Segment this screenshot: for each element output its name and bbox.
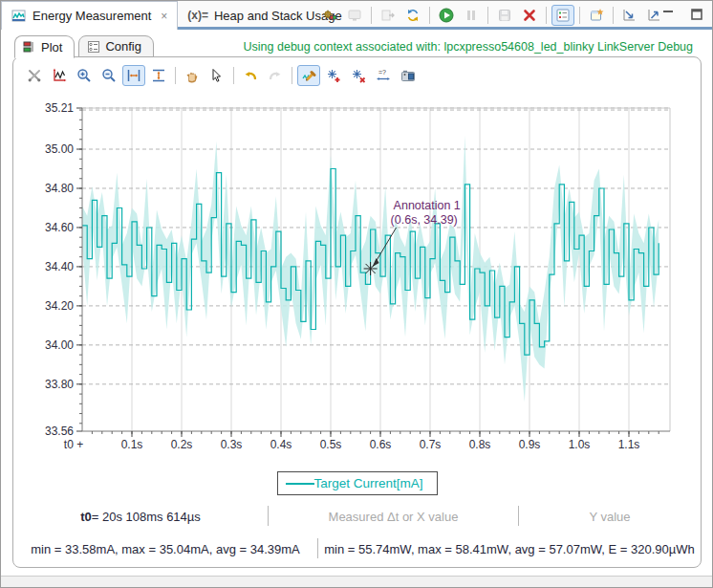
footer-row-labels: t0 = 20s 108ms 614µs Measured Δt or X va… (13, 505, 701, 528)
tab-label: Plot (41, 40, 62, 54)
edit-annotations-button[interactable] (297, 65, 320, 86)
footer-row-stats: min = 33.58mA, max = 35.04mA, avg = 34.3… (13, 537, 701, 560)
current-stats: min = 33.58mA, max = 35.04mA, avg = 34.3… (13, 537, 317, 560)
energy-plot[interactable]: 35.2135.0034.8034.6034.4034.2034.0033.80… (13, 96, 701, 459)
import-trace-button[interactable] (618, 5, 641, 26)
config-form-icon (87, 40, 100, 54)
delete-icon (522, 8, 537, 23)
refresh-button[interactable] (401, 5, 424, 26)
add-annotation-button[interactable] (322, 65, 345, 86)
zoom-out-button[interactable] (97, 65, 120, 86)
snapshot-button[interactable] (397, 65, 420, 86)
minimize-view-button[interactable] (657, 4, 680, 25)
toolbar-separator (579, 7, 580, 24)
x-axis: t0 +0.1s0.2s0.3s0.4s0.5s0.6s0.7s0.8s0.9s… (64, 431, 659, 451)
fit-view-button[interactable] (48, 65, 71, 86)
toolbar-separator (371, 7, 372, 24)
remove-annotation-button[interactable] (347, 65, 370, 86)
save-data-button[interactable] (493, 5, 516, 26)
cursor-icon (209, 68, 225, 83)
show-config-button[interactable] (551, 5, 574, 26)
plot-settings-button[interactable] (23, 65, 46, 86)
play-icon (439, 8, 454, 23)
zoom-in-icon (76, 68, 92, 83)
new-window-icon (589, 8, 604, 23)
measure-button[interactable]: =? (372, 65, 395, 86)
zoom-vertical-button[interactable] (147, 65, 170, 86)
view-toolbar (318, 2, 666, 29)
plot-panel: =? 35.2135.0034.8034.6034.4034.2034.0033… (12, 56, 702, 568)
save-icon (497, 8, 512, 23)
tab-config[interactable]: Config (78, 35, 154, 57)
zoom-in-button[interactable] (73, 65, 96, 86)
tab-plot[interactable]: Plot (14, 35, 75, 58)
annotate-icon (301, 68, 316, 83)
start-measurement-button[interactable] (435, 5, 458, 26)
export-icon (380, 8, 396, 23)
energy-measurement-window: Energy Measurement × (x)= Heap and Stack… (0, 0, 713, 588)
export-report-button[interactable] (377, 5, 400, 26)
measure-icon: =? (376, 68, 391, 83)
svg-text:0.9s: 0.9s (519, 438, 541, 451)
redo-button[interactable] (264, 65, 287, 86)
annotation-remove-icon (351, 68, 366, 83)
svg-text:34.40: 34.40 (45, 260, 74, 273)
hand-icon (184, 68, 200, 83)
svg-text:1.0s: 1.0s (569, 438, 591, 451)
debug-context-message: Using debug context associated with: lpc… (244, 40, 693, 54)
power-stats: min = 55.74mW, max = 58.41mW, avg = 57.0… (318, 537, 701, 560)
window-bottom-strip (1, 576, 712, 588)
trace-settings-button[interactable] (318, 5, 341, 26)
close-icon[interactable]: × (161, 10, 167, 23)
plot-toolbar: =? (23, 65, 420, 86)
toolbar-separator (175, 67, 176, 84)
svg-text:1.1s: 1.1s (618, 438, 640, 451)
pan-button[interactable] (181, 65, 204, 86)
gears-icon (322, 8, 337, 23)
toolbar-separator (546, 7, 547, 24)
plot-legend-icon (23, 40, 36, 54)
config-list-icon (555, 8, 571, 23)
redo-icon (268, 68, 283, 83)
svg-text:0.5s: 0.5s (320, 438, 342, 451)
svg-text:34.00: 34.00 (45, 338, 74, 352)
toolbar-separator (487, 7, 488, 24)
toolbar-separator (292, 67, 292, 84)
svg-text:0.1s: 0.1s (121, 438, 143, 451)
inner-tab-row: Plot Config (14, 35, 154, 58)
svg-text:33.56: 33.56 (45, 425, 74, 438)
pause-icon (464, 8, 479, 23)
delete-data-button[interactable] (518, 5, 541, 26)
tab-label: Energy Measurement (32, 9, 151, 23)
tab-label: Config (105, 39, 141, 54)
tab-energy-measurement[interactable]: Energy Measurement × (1, 1, 178, 30)
view-window-buttons (657, 4, 708, 25)
pause-measurement-button[interactable] (460, 5, 483, 26)
h-expand-icon (126, 68, 141, 83)
svg-text:34.60: 34.60 (45, 221, 74, 234)
detach-view-button[interactable] (585, 5, 608, 26)
chart-legend[interactable]: Target Current[mA] (276, 471, 437, 495)
legend-label: Target Current[mA] (313, 476, 422, 490)
annotation-add-icon (326, 68, 341, 83)
svg-text:=?: =? (378, 69, 386, 76)
svg-text:0.4s: 0.4s (270, 438, 292, 451)
camera-icon (400, 68, 416, 83)
svg-text:t0 +: t0 + (64, 438, 83, 451)
svg-text:33.80: 33.80 (45, 378, 74, 391)
chart-area[interactable]: 35.2135.0034.8034.6034.4034.2034.0033.80… (13, 96, 701, 459)
annotation-label: Annotation 1 (394, 199, 461, 212)
undo-button[interactable] (239, 65, 262, 86)
display-button[interactable] (343, 5, 366, 26)
maximize-view-button[interactable] (685, 4, 708, 25)
energy-chart-icon (11, 9, 27, 24)
minimize-icon (660, 7, 676, 22)
toolbar-separator (233, 67, 234, 84)
tools-icon (27, 68, 42, 83)
refresh-icon (405, 8, 421, 23)
y-value-label: Y value (519, 505, 701, 528)
select-button[interactable] (205, 65, 228, 86)
heap-stack-icon: (x)= (187, 9, 208, 22)
zoom-horizontal-button[interactable] (122, 65, 145, 86)
zoom-out-icon (101, 68, 117, 83)
